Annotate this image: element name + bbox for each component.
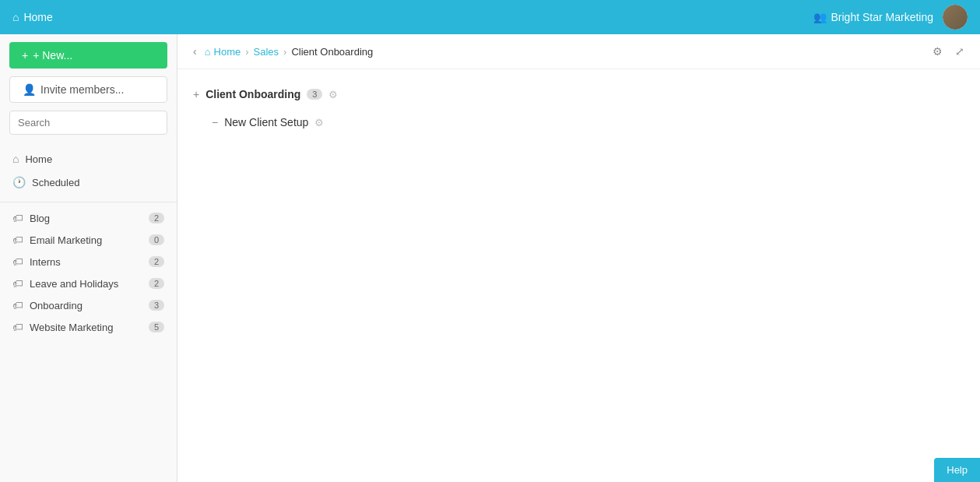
tag-label-onboarding: Onboarding <box>30 300 83 311</box>
tag-icon-leave-and-holidays: 🏷 <box>12 277 23 290</box>
search-container <box>9 111 167 135</box>
tag-left-interns: 🏷 Interns <box>12 255 61 268</box>
section-gear-btn[interactable]: ⚙ <box>328 89 338 100</box>
tag-badge-interns: 2 <box>149 256 164 267</box>
search-input[interactable] <box>9 111 167 135</box>
sidebar-home-label: Home <box>25 153 52 165</box>
tag-icon-blog: 🏷 <box>12 212 23 224</box>
tag-label-interns: Interns <box>30 256 61 268</box>
subsection-title[interactable]: New Client Setup <box>224 116 308 128</box>
tag-icon-interns: 🏷 <box>12 255 23 268</box>
pin-icon-btn[interactable]: ⤢ <box>952 44 968 59</box>
tag-badge-email-marketing: 0 <box>149 234 164 245</box>
tag-label-email-marketing: Email Marketing <box>30 234 102 246</box>
tag-label-blog: Blog <box>30 213 50 224</box>
sidebar-tag-leave-and-holidays[interactable]: 🏷 Leave and Holidays 2 <box>0 273 177 294</box>
tag-left-leave-and-holidays: 🏷 Leave and Holidays <box>12 277 118 290</box>
sidebar-nav: ⌂ Home 🕐 Scheduled <box>0 144 177 197</box>
sidebar-scheduled-label: Scheduled <box>32 177 79 188</box>
clock-icon: 🕐 <box>12 176 26 188</box>
sidebar-tag-onboarding[interactable]: 🏷 Onboarding 3 <box>0 294 177 316</box>
plus-icon: + <box>22 49 28 62</box>
tag-label-leave-and-holidays: Leave and Holidays <box>30 278 118 290</box>
home-nav-link[interactable]: ⌂ Home <box>12 11 53 23</box>
section-count-badge: 3 <box>307 89 322 100</box>
section-header: + Client Onboarding 3 ⚙ <box>193 82 964 107</box>
top-nav-left: ⌂ Home <box>12 11 53 23</box>
tag-left-onboarding: 🏷 Onboarding <box>12 299 83 311</box>
tag-left-blog: 🏷 Blog <box>12 212 50 224</box>
sidebar: + + New... 👤 Invite members... ⌂ Home 🕐 … <box>0 34 177 482</box>
breadcrumb: ‹ ⌂ Home › Sales › Client Onboarding ⚙ ⤢ <box>177 34 980 69</box>
tag-badge-leave-and-holidays: 2 <box>149 278 164 289</box>
avatar[interactable] <box>943 5 968 30</box>
breadcrumb-home[interactable]: ⌂ Home <box>205 46 241 58</box>
main-content: ‹ ⌂ Home › Sales › Client Onboarding ⚙ ⤢… <box>177 34 980 482</box>
subsection-header: − New Client Setup ⚙ <box>193 110 964 135</box>
tag-list: 🏷 Blog 2 🏷 Email Marketing 0 🏷 Interns 2… <box>0 207 177 338</box>
tag-icon-email-marketing: 🏷 <box>12 234 23 246</box>
org-name[interactable]: 👥 Bright Star Marketing <box>813 11 934 23</box>
subsection-gear-btn[interactable]: ⚙ <box>314 117 324 128</box>
breadcrumb-current: Client Onboarding <box>291 46 373 58</box>
breadcrumb-actions: ⚙ ⤢ <box>929 44 968 59</box>
tag-badge-website-marketing: 5 <box>149 322 164 332</box>
tag-icon-website-marketing: 🏷 <box>12 321 23 333</box>
sidebar-tag-blog[interactable]: 🏷 Blog 2 <box>0 207 177 229</box>
top-nav: ⌂ Home 👥 Bright Star Marketing <box>0 0 980 34</box>
breadcrumb-sep-1: › <box>245 46 248 58</box>
project-area: + Client Onboarding 3 ⚙ − New Client Set… <box>177 69 980 482</box>
new-button[interactable]: + + New... <box>9 42 167 69</box>
tag-left-email-marketing: 🏷 Email Marketing <box>12 234 102 246</box>
person-icon: 👤 <box>23 83 36 96</box>
tag-icon-onboarding: 🏷 <box>12 299 23 311</box>
sidebar-tag-interns[interactable]: 🏷 Interns 2 <box>0 251 177 273</box>
breadcrumb-sales[interactable]: Sales <box>254 46 279 58</box>
invite-members-button[interactable]: 👤 Invite members... <box>9 76 167 103</box>
back-button[interactable]: ‹ <box>190 44 200 59</box>
people-icon: 👥 <box>813 11 827 23</box>
tag-badge-onboarding: 3 <box>149 300 164 311</box>
avatar-image <box>943 5 968 30</box>
tag-badge-blog: 2 <box>149 213 164 223</box>
sidebar-tag-website-marketing[interactable]: 🏷 Website Marketing 5 <box>0 316 177 338</box>
sidebar-tag-email-marketing[interactable]: 🏷 Email Marketing 0 <box>0 229 177 251</box>
new-button-label: + New... <box>33 49 72 62</box>
home-icon: ⌂ <box>12 11 19 23</box>
top-nav-right: 👥 Bright Star Marketing <box>813 5 968 30</box>
sidebar-item-scheduled[interactable]: 🕐 Scheduled <box>0 171 177 194</box>
invite-button-label: Invite members... <box>40 83 124 96</box>
section-collapse-toggle[interactable]: + <box>193 88 199 100</box>
breadcrumb-sep-2: › <box>283 46 286 58</box>
tag-left-website-marketing: 🏷 Website Marketing <box>12 321 113 333</box>
breadcrumb-home-icon: ⌂ <box>205 46 211 58</box>
help-button[interactable]: Help <box>934 458 980 482</box>
sidebar-divider <box>0 202 177 202</box>
home-sidebar-icon: ⌂ <box>12 153 19 165</box>
sidebar-item-home[interactable]: ⌂ Home <box>0 147 177 171</box>
home-nav-label: Home <box>23 11 52 23</box>
layout: + + New... 👤 Invite members... ⌂ Home 🕐 … <box>0 34 980 482</box>
section-title[interactable]: Client Onboarding <box>205 88 300 100</box>
settings-icon-btn[interactable]: ⚙ <box>929 44 946 59</box>
subsection-collapse-toggle[interactable]: − <box>212 116 218 128</box>
tag-label-website-marketing: Website Marketing <box>30 322 113 333</box>
